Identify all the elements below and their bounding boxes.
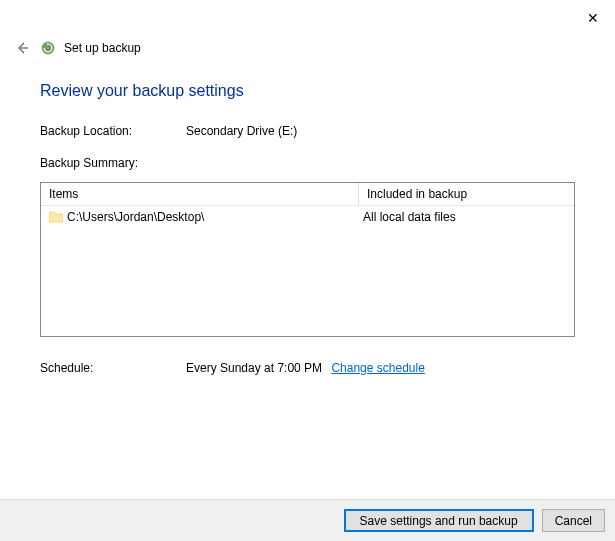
close-button[interactable]: ✕ xyxy=(583,8,603,28)
backup-location-row: Backup Location: Secondary Drive (E:) xyxy=(40,124,575,138)
schedule-label: Schedule: xyxy=(40,361,186,375)
backup-app-icon xyxy=(40,40,56,56)
item-path: C:\Users\Jordan\Desktop\ xyxy=(67,210,363,224)
page-title: Review your backup settings xyxy=(40,82,575,100)
schedule-row: Schedule: Every Sunday at 7:00 PM Change… xyxy=(40,361,575,375)
window-title: Set up backup xyxy=(64,41,141,55)
item-included: All local data files xyxy=(363,210,456,224)
folder-icon xyxy=(49,211,63,223)
backup-summary-table: Items Included in backup C:\Users\Jordan… xyxy=(40,182,575,337)
content-area: Review your backup settings Backup Locat… xyxy=(0,58,615,375)
save-and-run-button[interactable]: Save settings and run backup xyxy=(344,509,534,532)
schedule-value-wrap: Every Sunday at 7:00 PM Change schedule xyxy=(186,361,425,375)
backup-summary-label: Backup Summary: xyxy=(40,156,575,170)
back-arrow-icon xyxy=(14,40,30,56)
table-row[interactable]: C:\Users\Jordan\Desktop\ All local data … xyxy=(41,206,574,228)
change-schedule-link[interactable]: Change schedule xyxy=(331,361,424,375)
schedule-value: Every Sunday at 7:00 PM xyxy=(186,361,322,375)
table-header: Items Included in backup xyxy=(41,183,574,206)
cancel-button[interactable]: Cancel xyxy=(542,509,605,532)
back-button[interactable] xyxy=(12,38,32,58)
column-header-spacer xyxy=(549,183,574,206)
backup-location-value: Secondary Drive (E:) xyxy=(186,124,297,138)
column-header-items[interactable]: Items xyxy=(41,183,359,206)
button-bar: Save settings and run backup Cancel xyxy=(0,499,615,541)
backup-location-label: Backup Location: xyxy=(40,124,186,138)
header: Set up backup xyxy=(0,0,615,58)
column-header-included[interactable]: Included in backup xyxy=(359,183,549,206)
